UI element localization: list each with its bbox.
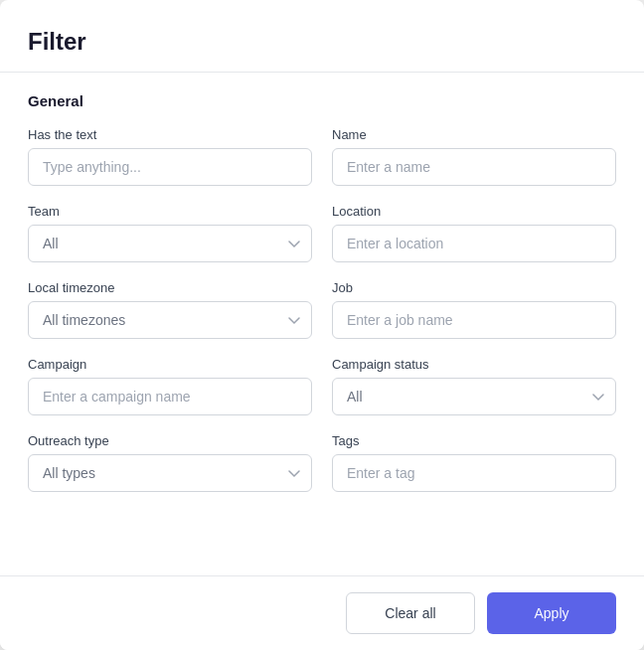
tags-label: Tags	[332, 433, 616, 448]
field-team: Team All	[28, 204, 312, 262]
location-input[interactable]	[332, 225, 616, 262]
section-general-title: General	[28, 92, 616, 109]
job-input[interactable]	[332, 301, 616, 339]
modal-header: Filter	[0, 0, 644, 72]
has-the-text-input[interactable]	[28, 148, 312, 186]
field-job: Job	[332, 280, 616, 339]
modal-body: General Has the text Name Team All	[0, 73, 644, 575]
local-timezone-label: Local timezone	[28, 280, 312, 295]
apply-button[interactable]: Apply	[487, 592, 616, 634]
timezone-select[interactable]: All timezones	[28, 301, 312, 339]
campaign-status-select-wrapper: All	[332, 378, 616, 415]
campaign-status-label: Campaign status	[332, 357, 616, 372]
campaign-input[interactable]	[28, 378, 312, 415]
tags-input[interactable]	[332, 454, 616, 492]
field-outreach-type: Outreach type All types	[28, 433, 312, 492]
job-label: Job	[332, 280, 616, 295]
name-label: Name	[332, 127, 616, 142]
filter-form-grid: Has the text Name Team All	[28, 127, 616, 492]
filter-modal: Filter General Has the text Name Team Al…	[0, 0, 644, 650]
location-label: Location	[332, 204, 616, 219]
field-has-the-text: Has the text	[28, 127, 312, 186]
campaign-label: Campaign	[28, 357, 312, 372]
campaign-status-select[interactable]: All	[332, 378, 616, 415]
field-campaign: Campaign	[28, 357, 312, 415]
field-local-timezone: Local timezone All timezones	[28, 280, 312, 339]
outreach-type-label: Outreach type	[28, 433, 312, 448]
field-campaign-status: Campaign status All	[332, 357, 616, 415]
team-select-wrapper: All	[28, 225, 312, 262]
name-input[interactable]	[332, 148, 616, 186]
team-label: Team	[28, 204, 312, 219]
outreach-type-select[interactable]: All types	[28, 454, 312, 492]
has-the-text-label: Has the text	[28, 127, 312, 142]
outreach-type-select-wrapper: All types	[28, 454, 312, 492]
modal-footer: Clear all Apply	[0, 575, 644, 650]
timezone-select-wrapper: All timezones	[28, 301, 312, 339]
field-tags: Tags	[332, 433, 616, 492]
team-select[interactable]: All	[28, 225, 312, 262]
field-location: Location	[332, 204, 616, 262]
modal-title: Filter	[28, 28, 616, 56]
clear-button[interactable]: Clear all	[346, 592, 475, 634]
field-name: Name	[332, 127, 616, 186]
